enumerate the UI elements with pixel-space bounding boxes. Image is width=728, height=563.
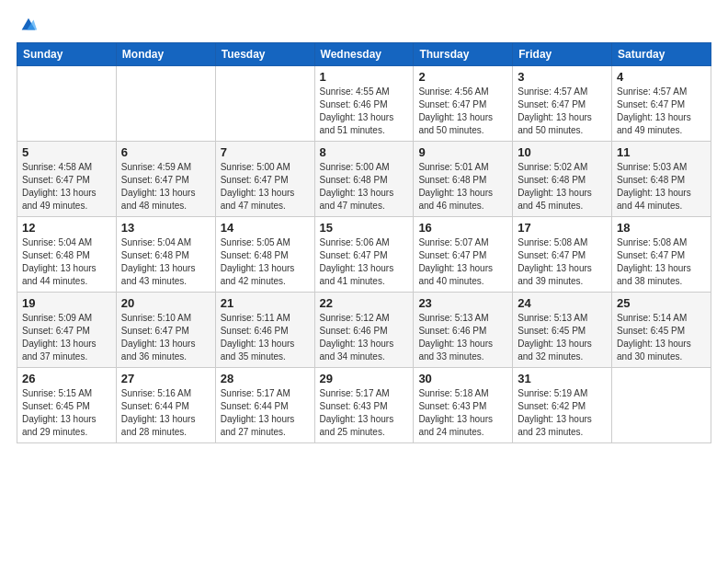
day-number: 26	[22, 372, 111, 385]
calendar-table: Sunday Monday Tuesday Wednesday Thursday…	[17, 42, 711, 443]
day-info: Sunrise: 5:17 AMSunset: 6:44 PMDaylight:…	[221, 387, 310, 439]
day-cell: 2Sunrise: 4:56 AMSunset: 6:47 PMDaylight…	[414, 66, 513, 142]
day-info: Sunrise: 5:09 AMSunset: 6:47 PMDaylight:…	[22, 312, 111, 363]
day-cell: 13Sunrise: 5:04 AMSunset: 6:48 PMDayligh…	[116, 217, 215, 293]
header-saturday: Saturday	[612, 43, 711, 66]
day-cell: 14Sunrise: 5:05 AMSunset: 6:48 PMDayligh…	[215, 217, 314, 293]
day-number: 12	[22, 221, 111, 235]
day-cell: 23Sunrise: 5:13 AMSunset: 6:46 PMDayligh…	[414, 293, 513, 368]
day-info: Sunrise: 5:12 AMSunset: 6:46 PMDaylight:…	[320, 312, 409, 363]
day-cell: 3Sunrise: 4:57 AMSunset: 6:47 PMDaylight…	[513, 66, 612, 142]
day-info: Sunrise: 5:01 AMSunset: 6:48 PMDaylight:…	[418, 161, 507, 213]
day-info: Sunrise: 4:57 AMSunset: 6:47 PMDaylight:…	[518, 86, 607, 137]
header-wednesday: Wednesday	[314, 43, 414, 66]
day-info: Sunrise: 5:17 AMSunset: 6:43 PMDaylight:…	[320, 387, 409, 439]
day-info: Sunrise: 5:18 AMSunset: 6:43 PMDaylight:…	[418, 387, 507, 439]
day-cell: 11Sunrise: 5:03 AMSunset: 6:48 PMDayligh…	[612, 142, 711, 217]
day-info: Sunrise: 5:14 AMSunset: 6:45 PMDaylight:…	[617, 312, 706, 363]
day-number: 11	[617, 145, 706, 159]
day-cell: 19Sunrise: 5:09 AMSunset: 6:47 PMDayligh…	[17, 293, 117, 368]
day-info: Sunrise: 5:08 AMSunset: 6:47 PMDaylight:…	[518, 236, 607, 288]
day-number: 20	[121, 296, 210, 310]
header-sunday: Sunday	[17, 43, 117, 66]
day-cell: 12Sunrise: 5:04 AMSunset: 6:48 PMDayligh…	[17, 217, 117, 293]
day-info: Sunrise: 5:11 AMSunset: 6:46 PMDaylight:…	[221, 312, 310, 363]
day-number: 1	[320, 70, 409, 84]
logo	[17, 15, 39, 35]
day-cell: 1Sunrise: 4:55 AMSunset: 6:46 PMDaylight…	[314, 66, 414, 142]
header-tuesday: Tuesday	[215, 43, 314, 66]
day-cell: 31Sunrise: 5:19 AMSunset: 6:42 PMDayligh…	[513, 368, 612, 443]
day-info: Sunrise: 5:00 AMSunset: 6:47 PMDaylight:…	[221, 161, 310, 213]
day-info: Sunrise: 4:56 AMSunset: 6:47 PMDaylight:…	[418, 86, 507, 137]
header-monday: Monday	[116, 43, 215, 66]
week-row-4: 19Sunrise: 5:09 AMSunset: 6:47 PMDayligh…	[17, 293, 711, 368]
day-cell: 29Sunrise: 5:17 AMSunset: 6:43 PMDayligh…	[314, 368, 414, 443]
day-number: 21	[221, 296, 310, 310]
day-number: 14	[221, 221, 310, 235]
day-cell: 10Sunrise: 5:02 AMSunset: 6:48 PMDayligh…	[513, 142, 612, 217]
week-row-2: 5Sunrise: 4:58 AMSunset: 6:47 PMDaylight…	[17, 142, 711, 217]
day-number: 6	[121, 145, 210, 159]
day-cell: 25Sunrise: 5:14 AMSunset: 6:45 PMDayligh…	[612, 293, 711, 368]
week-row-5: 26Sunrise: 5:15 AMSunset: 6:45 PMDayligh…	[17, 368, 711, 443]
day-info: Sunrise: 4:59 AMSunset: 6:47 PMDaylight:…	[121, 161, 210, 213]
day-info: Sunrise: 5:00 AMSunset: 6:48 PMDaylight:…	[320, 161, 409, 213]
day-cell: 7Sunrise: 5:00 AMSunset: 6:47 PMDaylight…	[215, 142, 314, 217]
header	[17, 15, 711, 35]
day-info: Sunrise: 5:10 AMSunset: 6:47 PMDaylight:…	[121, 312, 210, 363]
day-cell: 18Sunrise: 5:08 AMSunset: 6:47 PMDayligh…	[612, 217, 711, 293]
day-number: 22	[320, 296, 409, 310]
day-number: 13	[121, 221, 210, 235]
day-number: 19	[22, 296, 111, 310]
day-number: 25	[617, 296, 706, 310]
day-number: 27	[121, 372, 210, 385]
page: Sunday Monday Tuesday Wednesday Thursday…	[0, 0, 728, 563]
day-cell: 26Sunrise: 5:15 AMSunset: 6:45 PMDayligh…	[17, 368, 117, 443]
day-cell: 30Sunrise: 5:18 AMSunset: 6:43 PMDayligh…	[414, 368, 513, 443]
day-number: 24	[518, 296, 607, 310]
day-info: Sunrise: 5:07 AMSunset: 6:47 PMDaylight:…	[418, 236, 507, 288]
week-row-3: 12Sunrise: 5:04 AMSunset: 6:48 PMDayligh…	[17, 217, 711, 293]
day-info: Sunrise: 5:06 AMSunset: 6:47 PMDaylight:…	[320, 236, 409, 288]
day-number: 30	[418, 372, 507, 385]
day-number: 15	[320, 221, 409, 235]
day-number: 2	[418, 70, 507, 84]
day-number: 23	[418, 296, 507, 310]
logo-icon	[18, 15, 39, 35]
day-info: Sunrise: 5:16 AMSunset: 6:44 PMDaylight:…	[121, 387, 210, 439]
weekday-header-row: Sunday Monday Tuesday Wednesday Thursday…	[17, 43, 711, 66]
day-number: 28	[221, 372, 310, 385]
day-info: Sunrise: 5:04 AMSunset: 6:48 PMDaylight:…	[22, 236, 111, 288]
day-cell	[17, 66, 117, 142]
day-cell: 16Sunrise: 5:07 AMSunset: 6:47 PMDayligh…	[414, 217, 513, 293]
day-cell: 24Sunrise: 5:13 AMSunset: 6:45 PMDayligh…	[513, 293, 612, 368]
day-cell	[612, 368, 711, 443]
day-info: Sunrise: 5:02 AMSunset: 6:48 PMDaylight:…	[518, 161, 607, 213]
day-number: 9	[418, 145, 507, 159]
day-info: Sunrise: 5:13 AMSunset: 6:46 PMDaylight:…	[418, 312, 507, 363]
day-cell: 27Sunrise: 5:16 AMSunset: 6:44 PMDayligh…	[116, 368, 215, 443]
day-cell: 21Sunrise: 5:11 AMSunset: 6:46 PMDayligh…	[215, 293, 314, 368]
day-cell: 28Sunrise: 5:17 AMSunset: 6:44 PMDayligh…	[215, 368, 314, 443]
day-info: Sunrise: 5:08 AMSunset: 6:47 PMDaylight:…	[617, 236, 706, 288]
day-number: 7	[221, 145, 310, 159]
day-cell: 6Sunrise: 4:59 AMSunset: 6:47 PMDaylight…	[116, 142, 215, 217]
day-number: 29	[320, 372, 409, 385]
header-thursday: Thursday	[414, 43, 513, 66]
day-cell: 22Sunrise: 5:12 AMSunset: 6:46 PMDayligh…	[314, 293, 414, 368]
day-info: Sunrise: 4:57 AMSunset: 6:47 PMDaylight:…	[617, 86, 706, 137]
header-friday: Friday	[513, 43, 612, 66]
day-cell: 20Sunrise: 5:10 AMSunset: 6:47 PMDayligh…	[116, 293, 215, 368]
day-number: 31	[518, 372, 607, 385]
day-cell: 5Sunrise: 4:58 AMSunset: 6:47 PMDaylight…	[17, 142, 117, 217]
day-cell: 15Sunrise: 5:06 AMSunset: 6:47 PMDayligh…	[314, 217, 414, 293]
day-number: 16	[418, 221, 507, 235]
day-number: 10	[518, 145, 607, 159]
day-info: Sunrise: 5:19 AMSunset: 6:42 PMDaylight:…	[518, 387, 607, 439]
day-number: 8	[320, 145, 409, 159]
day-info: Sunrise: 5:04 AMSunset: 6:48 PMDaylight:…	[121, 236, 210, 288]
day-cell: 17Sunrise: 5:08 AMSunset: 6:47 PMDayligh…	[513, 217, 612, 293]
day-number: 4	[617, 70, 706, 84]
day-cell: 4Sunrise: 4:57 AMSunset: 6:47 PMDaylight…	[612, 66, 711, 142]
